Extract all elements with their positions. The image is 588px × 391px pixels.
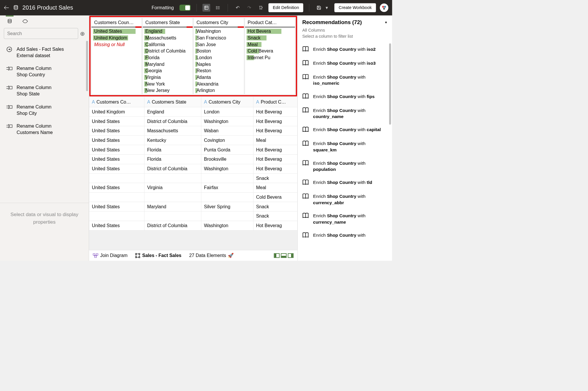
profile-value[interactable]: California xyxy=(143,41,193,48)
profile-value[interactable]: San Francisco xyxy=(194,35,244,41)
profile-value[interactable]: Virginia xyxy=(143,74,193,81)
sidebar-step-item[interactable]: Rename ColumnShop State xyxy=(0,81,89,100)
recommendation-item[interactable]: Enrich Shop Country with capital xyxy=(298,123,392,137)
step-line1: Rename Column xyxy=(17,65,51,71)
create-workbook-button[interactable]: Create Workbook xyxy=(334,3,376,12)
profile-value[interactable]: Georgia xyxy=(143,68,193,74)
recommendation-text: Enrich Shop Country with iso_numeric xyxy=(313,74,388,86)
data-elements-tab[interactable]: 27 Data Elements 🚀 xyxy=(189,253,234,258)
recommendation-item[interactable]: Enrich Shop Country with iso2 xyxy=(298,42,392,56)
profile-value[interactable]: Alexandria xyxy=(194,81,244,87)
profile-value[interactable]: Snack xyxy=(245,35,295,41)
table-row[interactable]: United StatesVirginiaFairfaxMeal xyxy=(89,183,297,193)
sidebar-scrollbar[interactable] xyxy=(86,41,88,91)
column-header[interactable]: ACustomers Co… xyxy=(89,97,144,107)
save-dropdown-icon[interactable]: ▾ xyxy=(323,4,331,12)
profile-value[interactable]: Atlanta xyxy=(194,74,244,81)
recommendation-text: Enrich Shop Country with iso2 xyxy=(313,46,376,52)
profile-value[interactable]: New Jersey xyxy=(143,87,193,94)
save-icon[interactable] xyxy=(315,4,323,12)
table-row[interactable]: United StatesMarylandSilver SpringSnack xyxy=(89,202,297,211)
table-row[interactable]: Cold Bevera xyxy=(89,192,297,202)
profile-card[interactable]: Customers State.redbar[style*='--r:12%']… xyxy=(142,18,193,94)
profile-value[interactable]: Missing or Null xyxy=(91,41,141,48)
sidebar-step-item[interactable]: Add Sales - Fact SalesExternal dataset xyxy=(0,43,89,62)
collapse-icon[interactable]: ▼ xyxy=(384,21,388,24)
book-icon xyxy=(302,179,309,186)
pane-left-icon[interactable] xyxy=(274,253,280,258)
recommendation-item[interactable]: Enrich Shop Country with iso3 xyxy=(298,56,392,70)
profile-value[interactable]: Naples xyxy=(194,61,244,68)
table-row[interactable]: United StatesFloridaPunta GordaHot Bever… xyxy=(89,145,297,155)
redo-icon[interactable]: ↷ xyxy=(245,4,253,12)
profile-value[interactable]: Washington xyxy=(194,28,244,35)
undo-icon[interactable]: ↶ xyxy=(234,4,242,12)
table-cell xyxy=(201,173,253,183)
data-table: ACustomers Co…ACustomers StateACustomers… xyxy=(89,97,297,231)
recommendation-item[interactable]: Enrich Shop Country with iso_numeric xyxy=(298,70,392,90)
table-row[interactable]: United StatesDistrict of ColumbiaWashing… xyxy=(89,117,297,126)
profile-value[interactable]: Reston xyxy=(194,68,244,74)
profile-value[interactable]: Meal xyxy=(245,41,295,48)
back-icon[interactable]: 🡠 xyxy=(4,5,9,11)
recommendation-item[interactable]: Enrich Shop Country with xyxy=(298,229,392,242)
profile-card[interactable]: Customers City.redbar[style*='--r:12%']:… xyxy=(194,18,244,94)
profile-value[interactable]: Hot Bevera xyxy=(245,28,295,35)
add-icon[interactable]: ⊕ xyxy=(80,30,85,37)
table-view-icon[interactable] xyxy=(203,4,210,12)
profile-value[interactable]: Florida xyxy=(143,54,193,61)
sidebar-step-item[interactable]: Rename ColumnCustomers Name xyxy=(0,120,89,139)
column-header[interactable]: ACustomers State xyxy=(144,97,201,107)
profile-card[interactable]: Customers Coun….redbar[style*='--r:12%']… xyxy=(91,18,142,94)
join-diagram-tab[interactable]: Join Diagram xyxy=(93,253,128,258)
profile-value[interactable]: London xyxy=(194,54,244,61)
sidebar-step-item[interactable]: Rename ColumnShop City xyxy=(0,100,89,120)
search-input[interactable] xyxy=(4,28,78,39)
sidebar-step-item[interactable]: Rename ColumnShop Country xyxy=(0,62,89,81)
profile-value[interactable]: United States xyxy=(91,28,141,35)
bookmark-icon[interactable] xyxy=(257,4,265,12)
pane-bottom-icon[interactable] xyxy=(281,253,286,258)
pane-right-icon[interactable] xyxy=(288,253,293,258)
table-row[interactable]: United StatesMassachusettsWabanHot Bever… xyxy=(89,126,297,136)
table-row[interactable]: United StatesKentuckyCovingtonMeal xyxy=(89,135,297,145)
profile-value[interactable]: Arlington xyxy=(194,87,244,94)
recommendation-item[interactable]: Enrich Shop Country with currency_abbr xyxy=(298,190,392,209)
formatting-toggle[interactable] xyxy=(179,5,191,11)
table-cell: Hot Beverag xyxy=(253,155,297,164)
column-header[interactable]: AProduct C… xyxy=(253,97,297,107)
table-row[interactable]: United StatesFloridaBrooksvilleHot Bever… xyxy=(89,155,297,164)
profile-value[interactable]: New York xyxy=(143,81,193,87)
sidebar-tab-data[interactable] xyxy=(6,17,14,25)
table-row[interactable]: Snack xyxy=(89,173,297,183)
table-row[interactable]: United StatesDistrict of ColumbiaWashing… xyxy=(89,221,297,230)
profile-value[interactable]: Boston xyxy=(194,48,244,55)
recommendation-item[interactable]: Enrich Shop Country with country_name xyxy=(298,104,392,123)
sidebar-tab-model[interactable] xyxy=(21,17,29,25)
profile-value[interactable]: District of Columbia xyxy=(143,48,193,55)
recs-scrollbar[interactable] xyxy=(389,43,391,124)
table-row[interactable]: United StatesDistrict of ColumbiaWashing… xyxy=(89,164,297,173)
profile-value[interactable]: Maryland xyxy=(143,61,193,68)
recommendation-item[interactable]: Enrich Shop Country with tld xyxy=(298,176,392,190)
profile-value[interactable]: San Jose xyxy=(194,41,244,48)
recs-sub-all[interactable]: All Columns xyxy=(302,28,388,34)
table-row[interactable]: Snack xyxy=(89,211,297,221)
profile-value[interactable]: Massachusetts xyxy=(143,35,193,41)
table-cell xyxy=(144,192,201,202)
layout-panes[interactable] xyxy=(274,253,293,258)
column-header[interactable]: ACustomers City xyxy=(201,97,253,107)
profile-value[interactable]: Cold Bevera xyxy=(245,48,295,55)
profile-value[interactable]: England xyxy=(143,28,193,35)
profile-value[interactable]: United Kingdom xyxy=(91,35,141,41)
profile-card[interactable]: Product Cat….redbar[style*='--r:0%']::af… xyxy=(245,18,295,94)
list-view-icon[interactable] xyxy=(214,4,222,12)
table-row[interactable]: United KingdomEnglandLondonHot Beverag xyxy=(89,107,297,117)
edit-definition-button[interactable]: Edit Definition xyxy=(268,3,303,12)
recommendation-item[interactable]: Enrich Shop Country with population xyxy=(298,156,392,176)
profile-value[interactable]: Internet Pu xyxy=(245,54,295,61)
dataset-tab[interactable]: Sales - Fact Sales xyxy=(135,253,181,258)
recommendation-item[interactable]: Enrich Shop Country with fips xyxy=(298,90,392,104)
recommendation-item[interactable]: Enrich Shop Country with square_km xyxy=(298,137,392,156)
recommendation-item[interactable]: Enrich Shop Country with currency_name xyxy=(298,209,392,229)
